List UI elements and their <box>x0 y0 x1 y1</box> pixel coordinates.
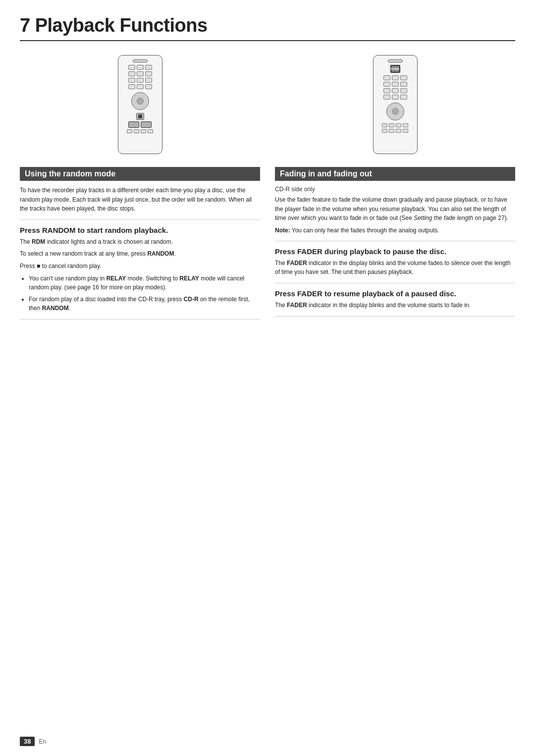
remote-btn <box>383 88 390 93</box>
remote-btn-sm <box>396 129 401 133</box>
remote-btn-sm <box>389 129 394 133</box>
subsection-title-text: Press RANDOM to start random playback. <box>20 226 168 234</box>
remote-dpad-inner <box>137 98 144 105</box>
subsection-title-fader-pause: Press FADER during playback to pause the… <box>275 247 515 256</box>
remote-right-dpad <box>386 103 404 120</box>
rdm-indicator-text: The RDM indicator lights and a track is … <box>20 237 260 247</box>
divider-right-2 <box>275 283 515 283</box>
remote-btn-sm <box>134 129 139 133</box>
remote-btn-sm <box>403 129 408 133</box>
remote-btn <box>145 71 152 76</box>
fader-btn-container: FADER <box>390 65 400 73</box>
remote-btn <box>145 78 152 83</box>
stop-icon <box>138 114 142 118</box>
remote-right-row-4 <box>383 95 407 100</box>
divider-right-1 <box>275 241 515 241</box>
fader-pause-body: The FADER indicator in the display blink… <box>275 259 515 277</box>
remote-btn-sm <box>127 129 132 133</box>
remote-btn <box>383 82 390 87</box>
remote-btn <box>400 82 407 87</box>
remote-right-row-5 <box>382 123 408 127</box>
remote-btn-sm <box>382 123 387 127</box>
cd-r-label-text: CD-R side only <box>275 186 315 193</box>
intro-text: To have the recorder play tracks in a di… <box>20 186 260 214</box>
remote-btn <box>400 75 407 80</box>
divider-right-3 <box>275 316 515 317</box>
remote-notch-right <box>388 59 403 62</box>
remote-row-4 <box>128 84 152 89</box>
remote-btn <box>383 95 390 100</box>
remote-cdr-btn <box>128 121 139 128</box>
remote-btn <box>392 88 399 93</box>
remote-btn <box>137 84 144 89</box>
divider-1 <box>20 219 260 220</box>
bullet-item-1: You can't use random play in RELAY mode.… <box>29 274 260 292</box>
subsection-title-fader-resume: Press FADER to resume playback of a paus… <box>275 289 515 298</box>
cancel-text: Press ■ to cancel random play. <box>20 262 260 271</box>
subsection1-title-text: Press FADER during playback to pause the… <box>275 247 446 256</box>
remote-btn <box>128 84 135 89</box>
remote-btn <box>128 78 135 83</box>
page-footer: 38 En <box>20 737 46 746</box>
note-text: Note: You can only hear the fades throug… <box>275 226 515 235</box>
select-new-text: To select a new random track at any time… <box>20 249 260 259</box>
page-number: 38 <box>20 737 35 746</box>
remote-btn <box>137 71 144 76</box>
fading-intro-text: Use the fader feature to fade the volume… <box>275 195 515 223</box>
remote-right-row-2 <box>383 82 407 87</box>
cd-r-label: CD-R side only <box>275 186 515 193</box>
remote-btn <box>128 71 135 76</box>
subsection-title-random: Press RANDOM to start random playback. <box>20 226 260 234</box>
remote-btn <box>137 65 144 70</box>
remote-btn-sm <box>403 123 408 127</box>
right-section-header-text: Fading in and fading out <box>280 169 372 178</box>
intro-content: To have the recorder play tracks in a di… <box>20 187 252 212</box>
remote-row-5 <box>128 121 152 128</box>
left-column: Using the random mode To have the record… <box>20 50 260 325</box>
remote-btn <box>128 65 135 70</box>
language-label: En <box>39 738 46 745</box>
remote-btn <box>392 82 399 87</box>
fader-resume-body: The FADER indicator in the display blink… <box>275 301 515 310</box>
remote-btn <box>145 84 152 89</box>
remote-row-3 <box>128 78 152 83</box>
remote-btn <box>137 78 144 83</box>
remote-btn <box>400 95 407 100</box>
remote-row-2 <box>128 71 152 76</box>
remote-illustration-left <box>20 50 260 159</box>
remote-btn-sm <box>396 123 401 127</box>
remote-btn <box>392 75 399 80</box>
remote-random-btn <box>141 121 152 128</box>
remote-row-6 <box>127 129 153 133</box>
remote-right-dpad-inner <box>392 108 399 115</box>
remote-dpad <box>131 92 149 110</box>
divider-2 <box>20 319 260 320</box>
remote-right-row-1 <box>383 75 407 80</box>
remote-btn <box>392 95 399 100</box>
page-title: 7 Playback Functions <box>20 15 515 41</box>
remote-btn-sm <box>141 129 146 133</box>
remote-device-right: FADER <box>373 55 418 154</box>
remote-notch <box>133 59 148 62</box>
remote-illustration-right: FADER <box>275 50 515 159</box>
remote-btn-sm <box>382 129 387 133</box>
right-section-header: Fading in and fading out <box>275 167 515 181</box>
remote-right-row-6 <box>382 129 408 133</box>
remote-btn-sm <box>148 129 153 133</box>
remote-device-left <box>118 55 162 154</box>
page-num-text: 38 <box>24 738 31 745</box>
remote-btn <box>383 75 390 80</box>
remote-right-row-3 <box>383 88 407 93</box>
left-section-header: Using the random mode <box>20 167 260 181</box>
bullet-item-2: For random play of a disc loaded into th… <box>29 295 260 313</box>
subsection2-title-text: Press FADER to resume playback of a paus… <box>275 289 456 298</box>
fader-button: FADER <box>390 65 400 73</box>
remote-stop-button <box>136 113 144 120</box>
left-section-header-text: Using the random mode <box>25 169 115 178</box>
remote-btn <box>145 65 152 70</box>
right-column: FADER <box>275 50 515 325</box>
bullet-list: You can't use random play in RELAY mode.… <box>29 274 260 313</box>
remote-btn-sm <box>389 123 394 127</box>
remote-btn <box>400 88 407 93</box>
remote-row-1 <box>128 65 152 70</box>
